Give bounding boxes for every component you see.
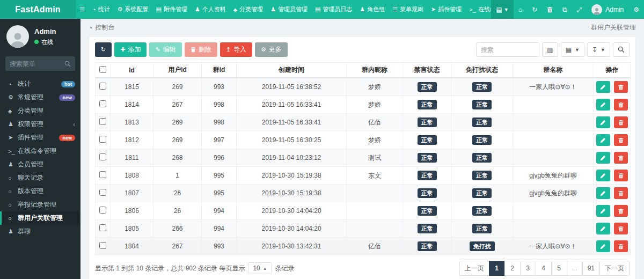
navbar-item[interactable]: >_ 在线命令管理 [465, 0, 491, 19]
sidebar-item[interactable]: ○ 版本管理 [0, 185, 80, 198]
row-checkbox[interactable] [99, 118, 106, 125]
sidebar-item[interactable]: ⚙ 常规管理 new [0, 91, 80, 104]
delete-row-button[interactable] [614, 134, 628, 146]
select-all-checkbox[interactable] [99, 66, 106, 73]
navbar-item[interactable]: ♟ 管理员管理 [267, 0, 311, 19]
edit-row-button[interactable] [596, 240, 610, 252]
row-checkbox[interactable] [99, 224, 106, 231]
table-row[interactable]: 1806 26 994 2019-10-30 14:04:20 正常 正常 [96, 202, 631, 220]
row-checkbox[interactable] [99, 100, 106, 107]
column-header[interactable]: 操作 [594, 63, 631, 78]
edit-button[interactable]: ✎编辑 [149, 42, 181, 57]
add-button[interactable]: ✚添加 [114, 42, 147, 57]
navbar-item[interactable]: ♟ 个人资料 [191, 0, 230, 19]
row-checkbox[interactable] [99, 171, 106, 178]
page-button[interactable]: 2 [504, 261, 521, 276]
delete-row-button[interactable] [614, 170, 628, 181]
columns-button[interactable]: ▦▼ [561, 42, 584, 57]
delete-row-button[interactable] [614, 99, 628, 111]
search-button[interactable] [613, 42, 630, 57]
column-header[interactable]: 禁言状态 [403, 63, 451, 78]
export-button[interactable]: ↧▼ [587, 42, 610, 57]
table-row[interactable]: 1811 268 996 2019-11-04 10:23:12 测试 正常 正… [96, 149, 631, 167]
delete-row-button[interactable] [614, 152, 628, 164]
column-header[interactable]: 群内昵称 [347, 63, 403, 78]
delete-row-button[interactable] [614, 187, 628, 199]
delete-row-button[interactable] [614, 223, 628, 234]
table-row[interactable]: 1807 26 995 2019-10-30 15:19:38 正常 正常 gj… [96, 185, 631, 202]
page-button[interactable]: 3 [520, 261, 536, 276]
settings-button[interactable]: ⚙ [628, 0, 644, 19]
page-button[interactable]: 4 [536, 261, 552, 276]
column-header[interactable]: 用户id [153, 63, 202, 78]
navbar-item[interactable]: ☰ 菜单规则 [389, 0, 427, 19]
navbar-item[interactable]: ➤ 插件管理 [427, 0, 465, 19]
sidebar-item[interactable]: ♟ 会员管理 [0, 158, 80, 171]
navbar-item[interactable]: ▤ 管理员日志 [311, 0, 356, 19]
delete-row-button[interactable] [614, 116, 628, 128]
navbar-item[interactable]: ♣ 分类管理 [230, 0, 267, 19]
sidebar-item[interactable]: >_ 在线命令管理 [0, 144, 80, 158]
navbar-item[interactable]: ▤ 附件管理 [152, 0, 191, 19]
sidebar-item[interactable]: ○ 群用户关联管理 [0, 211, 80, 225]
sidebar-item[interactable]: ◔ 统计 hot [0, 77, 80, 91]
clipboard-button[interactable]: ⧉ [558, 0, 572, 19]
page-button[interactable]: 1 [489, 261, 505, 276]
edit-row-button[interactable] [596, 152, 610, 164]
sidebar-item[interactable]: ♣ 分类管理 [0, 104, 80, 118]
column-header[interactable]: 创建时间 [237, 63, 347, 78]
user-menu[interactable]: Admin [587, 0, 628, 19]
row-checkbox[interactable] [99, 189, 106, 196]
edit-row-button[interactable] [596, 134, 610, 146]
delete-row-button[interactable] [614, 205, 628, 217]
column-header[interactable]: Id [111, 63, 153, 78]
edit-row-button[interactable] [596, 170, 610, 181]
row-checkbox[interactable] [99, 83, 106, 90]
sidebar-item[interactable]: ➤ 插件管理 new [0, 131, 80, 144]
delete-button[interactable]: 删除 [185, 42, 217, 57]
row-checkbox[interactable] [99, 242, 106, 249]
table-row[interactable]: 1812 269 997 2019-11-05 16:30:25 梦娇 正常 正… [96, 131, 631, 149]
edit-row-button[interactable] [596, 187, 610, 199]
edit-row-button[interactable] [596, 223, 610, 234]
navbar-item[interactable]: ♟ 角色组 [356, 0, 389, 19]
refresh-button[interactable]: ↻ [527, 0, 542, 19]
table-row[interactable]: 1805 266 994 2019-10-30 14:04:20 正常 正常 [96, 220, 631, 238]
edit-row-button[interactable] [596, 205, 610, 217]
page-button[interactable]: 5 [551, 261, 567, 276]
sidebar-item[interactable]: ♟ 权限管理 ‹ [0, 118, 80, 131]
sidebar-item[interactable]: ♟ 群聊 [0, 225, 80, 238]
edit-row-button[interactable] [596, 116, 610, 128]
table-row[interactable]: 1814 267 998 2019-11-05 16:33:41 梦娇 正常 正… [96, 96, 631, 114]
sidebar-toggle[interactable]: ☰ [76, 0, 89, 19]
menu-search-input[interactable] [10, 60, 64, 68]
page-button[interactable]: 下一页 [599, 261, 630, 276]
table-row[interactable]: 1815 269 993 2019-11-05 16:38:52 梦娇 正常 正… [96, 78, 631, 96]
edit-row-button[interactable] [596, 81, 610, 93]
brand-logo[interactable]: FastAdmin [0, 0, 76, 19]
row-checkbox[interactable] [99, 136, 106, 143]
navbar-item[interactable]: ⚙ 系统配置 [114, 0, 152, 19]
column-header[interactable]: 群名称 [513, 63, 594, 78]
fullscreen-button[interactable]: ⤢ [572, 0, 587, 19]
home-button[interactable]: ⌂ [514, 0, 527, 19]
sidebar-item[interactable]: ○ 聊天记录 [0, 171, 80, 185]
table-row[interactable]: 1813 269 998 2019-11-05 16:33:41 亿佰 正常 正… [96, 114, 631, 131]
page-button[interactable]: 91 [582, 261, 600, 276]
delete-row-button[interactable] [614, 81, 628, 93]
column-header[interactable]: 群id [202, 63, 237, 78]
more-button[interactable]: ⚙更多 [255, 42, 288, 57]
table-row[interactable]: 1808 1 995 2019-10-30 15:19:38 东文 正常 正常 … [96, 167, 631, 185]
page-button[interactable]: 上一页 [459, 261, 489, 276]
clear-cache-button[interactable] [542, 0, 558, 19]
refresh-table-button[interactable]: ↻ [95, 42, 112, 57]
delete-row-button[interactable] [614, 240, 628, 252]
tabs-dropdown-button[interactable]: ▤▼ [491, 0, 513, 19]
toggle-view-button[interactable]: ▥ [542, 42, 558, 57]
table-search-input[interactable] [476, 42, 539, 57]
page-size-dropdown[interactable]: 10 ▲ [248, 262, 272, 274]
row-checkbox[interactable] [99, 207, 106, 214]
sidebar-item[interactable]: ○ 举报记录管理 [0, 198, 80, 211]
column-header[interactable]: 免打扰状态 [451, 63, 513, 78]
edit-row-button[interactable] [596, 99, 610, 111]
